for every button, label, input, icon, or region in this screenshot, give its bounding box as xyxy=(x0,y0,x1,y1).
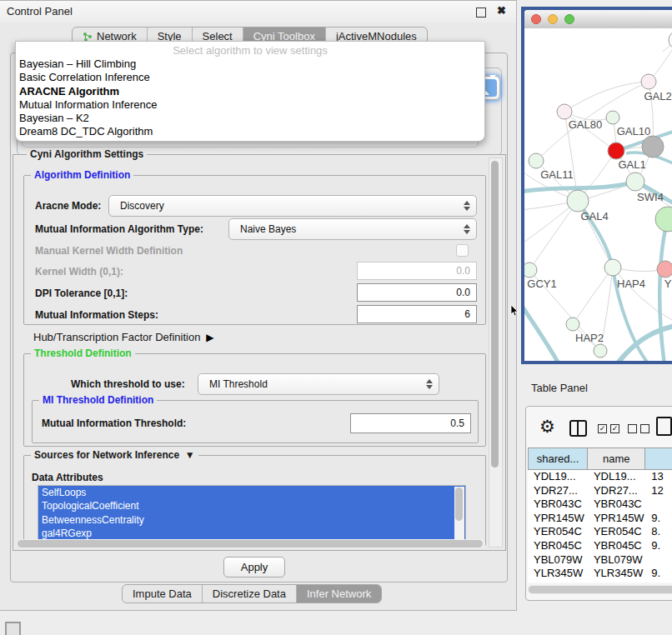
attribute-list-item[interactable]: SelfLoops xyxy=(38,486,465,499)
table-row[interactable]: YBL079WYBL079W xyxy=(528,553,672,568)
network-node[interactable] xyxy=(604,259,621,276)
network-edge[interactable] xyxy=(529,201,578,270)
tab-discretize-data[interactable]: Discretize Data xyxy=(203,585,297,602)
table-column-header[interactable]: shared... xyxy=(528,448,588,470)
collapsed-panel-icon[interactable] xyxy=(5,622,21,635)
scrollbar-thumb[interactable] xyxy=(18,540,483,548)
collapsed-arrow-icon[interactable]: ▶ xyxy=(203,332,214,343)
scrollbar-thumb[interactable] xyxy=(491,161,499,468)
dropdown-item-list: Bayesian – Hill ClimbingBasic Correlatio… xyxy=(16,58,484,139)
network-node-label: GAL1 xyxy=(618,158,645,171)
table-row[interactable]: YLR345WYLR345W9. xyxy=(528,567,672,581)
network-node[interactable] xyxy=(642,136,664,158)
network-node[interactable] xyxy=(566,318,579,331)
settings-vertical-scrollbar[interactable] xyxy=(489,158,503,548)
dropdown-item[interactable]: Bayesian – Hill Climbing xyxy=(16,58,484,71)
close-traffic-light-icon[interactable] xyxy=(531,14,541,24)
network-node[interactable] xyxy=(524,262,537,278)
hub-definition-label[interactable]: Hub/Transcription Factor Definition ▶ xyxy=(33,331,214,343)
split-columns-icon[interactable] xyxy=(569,420,587,437)
settings-horizontal-scrollbar[interactable] xyxy=(17,539,485,548)
gear-icon[interactable]: ⚙ xyxy=(539,417,555,437)
tab-infer-network[interactable]: Infer Network xyxy=(297,585,381,602)
kernel-width-field[interactable]: 0.0 xyxy=(357,262,477,280)
network-node[interactable] xyxy=(608,142,624,159)
attribute-list-item[interactable]: TopologicalCoefficient xyxy=(38,499,465,512)
table-cell: YER054C xyxy=(528,525,588,539)
apply-button[interactable]: Apply xyxy=(223,557,285,578)
dropdown-item[interactable]: Bayesian – K2 xyxy=(16,112,484,125)
manual-kernel-width-checkbox[interactable] xyxy=(456,244,469,257)
mi-threshold-field[interactable]: 0.5 xyxy=(350,413,471,433)
mi-threshold-label: Mutual Information Threshold: xyxy=(42,418,186,429)
zoom-traffic-light-icon[interactable] xyxy=(564,14,574,24)
network-node-label: GCY1 xyxy=(527,278,556,290)
attributes-list-scrollbar[interactable] xyxy=(454,487,464,540)
which-threshold-combobox[interactable]: MI Threshold xyxy=(198,373,439,395)
table-column-header[interactable] xyxy=(645,448,672,470)
network-node[interactable] xyxy=(655,207,672,232)
dpi-tolerance-label: DPI Tolerance [0,1]: xyxy=(35,288,128,299)
dropdown-item[interactable]: Dream8 DC_TDC Algorithm xyxy=(16,125,484,138)
dropdown-item[interactable]: ARACNE Algorithm xyxy=(16,85,484,98)
table-cell: YPR145W xyxy=(528,512,588,526)
table-horizontal-scrollbar[interactable] xyxy=(528,585,672,594)
expanded-arrow-icon[interactable]: ▼ xyxy=(182,449,194,461)
network-canvas[interactable]: GAL2GAL80GAL10GAL1GAL11SWI4GAL4GCY1HAP4Y… xyxy=(524,28,672,361)
network-window-titlebar[interactable] xyxy=(524,10,672,28)
table-row[interactable]: YDL19...YDL19...13 xyxy=(528,470,672,484)
dropdown-item[interactable]: Mutual Information Inference xyxy=(16,98,484,112)
deselect-all-checkboxes-icon[interactable] xyxy=(628,424,649,433)
control-panel-window: Control Panel ✖ NetworkStyleSelectCyni T… xyxy=(0,0,517,611)
dropdown-item[interactable]: Basic Correlation Inference xyxy=(16,71,484,84)
mi-steps-field[interactable]: 6 xyxy=(357,305,477,323)
table-cell: YLR345W xyxy=(588,567,645,581)
dpi-tolerance-field[interactable]: 0.0 xyxy=(357,283,477,302)
table-cell: YPR145W xyxy=(588,512,645,526)
float-window-icon[interactable] xyxy=(476,8,486,18)
settings-group-title: Cyni Algorithm Settings xyxy=(27,148,147,160)
mi-threshold-definition-title: MI Threshold Definition xyxy=(39,394,157,406)
network-node[interactable] xyxy=(641,74,656,89)
table-cell: YBR045C xyxy=(528,539,588,553)
network-node[interactable] xyxy=(594,344,607,358)
mi-algorithm-type-combobox[interactable]: Naive Bayes xyxy=(228,218,477,240)
scrollbar-thumb[interactable] xyxy=(529,586,672,593)
network-node[interactable] xyxy=(529,153,544,168)
network-node[interactable] xyxy=(567,190,589,212)
network-node[interactable] xyxy=(657,261,672,278)
table-row[interactable]: YBR045CYBR045C9. xyxy=(528,539,672,553)
table-cell: YDR27... xyxy=(588,484,645,498)
network-node[interactable] xyxy=(626,172,644,191)
kernel-width-label: Kernel Width (0,1): xyxy=(35,266,123,278)
network-node[interactable] xyxy=(606,111,619,124)
network-edge[interactable] xyxy=(524,303,559,361)
table-cell: 9. xyxy=(645,567,672,581)
sources-title[interactable]: Sources for Network Inference ▼ xyxy=(31,449,198,461)
aracne-mode-combobox[interactable]: Discovery xyxy=(108,195,477,217)
table-row[interactable]: YDR27...YDR27...12 xyxy=(528,484,672,498)
network-node-label: GAL2 xyxy=(644,90,671,102)
mi-steps-label: Mutual Information Steps: xyxy=(35,309,158,321)
network-edge[interactable] xyxy=(659,219,668,361)
network-edge[interactable] xyxy=(573,268,613,324)
table-cell xyxy=(645,553,672,568)
attribute-list-item[interactable]: gal4RGexp xyxy=(38,527,465,540)
data-attributes-list[interactable]: SelfLoopsTopologicalCoefficientBetweenne… xyxy=(38,485,466,542)
table-row[interactable]: YBR043CYBR043C xyxy=(528,498,672,512)
table-row[interactable]: YPR145WYPR145W9. xyxy=(528,512,672,526)
minimize-traffic-light-icon[interactable] xyxy=(548,14,558,24)
document-icon[interactable] xyxy=(656,417,672,436)
select-all-checkboxes-icon[interactable]: ✓✓ xyxy=(598,424,619,433)
attribute-list-item[interactable]: BetweennessCentrality xyxy=(38,513,465,527)
table-row[interactable]: YER054CYER054C8. xyxy=(528,525,672,539)
network-graph[interactable]: GAL2GAL80GAL10GAL1GAL11SWI4GAL4GCY1HAP4Y… xyxy=(524,28,672,361)
aracne-mode-label: Aracne Mode: xyxy=(35,200,101,212)
table-column-header[interactable]: name xyxy=(588,448,645,470)
close-icon[interactable]: ✖ xyxy=(497,5,506,17)
tab-impute-data[interactable]: Impute Data xyxy=(123,585,203,602)
table-row[interactable]: YIL052CYIL052C9. xyxy=(528,581,672,582)
network-node[interactable] xyxy=(557,104,572,119)
network-edge[interactable] xyxy=(564,82,649,112)
tab-label: Impute Data xyxy=(133,588,192,600)
